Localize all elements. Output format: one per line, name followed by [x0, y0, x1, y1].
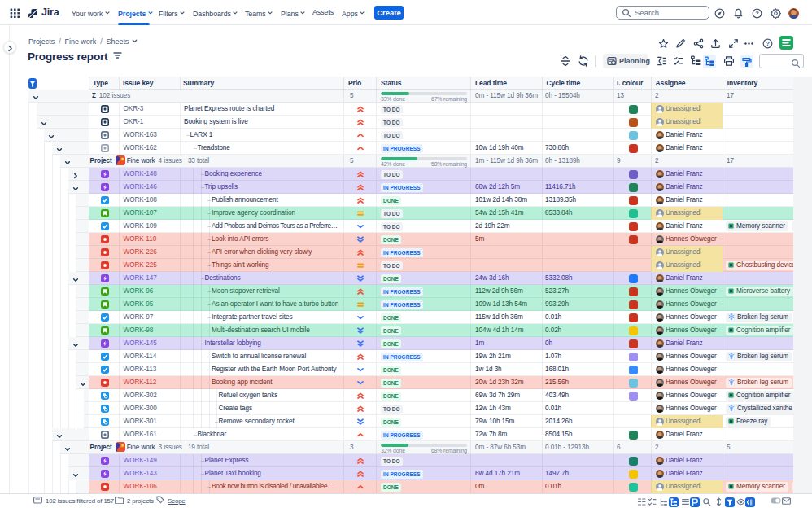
svg-text:?: ?	[755, 10, 759, 17]
svg-text:?: ?	[766, 40, 770, 47]
